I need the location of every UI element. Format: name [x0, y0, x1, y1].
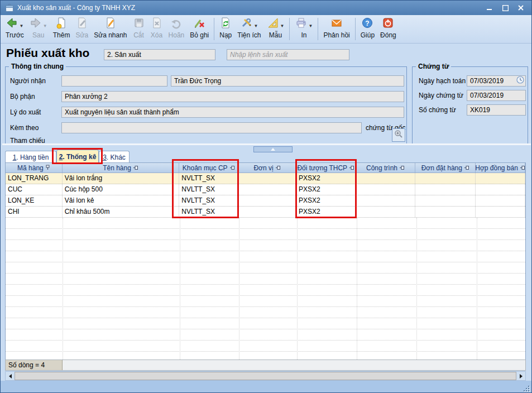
empty-row — [6, 274, 525, 285]
unpost-button[interactable]: Bỏ ghi — [187, 16, 212, 40]
column-header-don-dat-hang[interactable]: Đơn đặt hàng — [415, 163, 476, 172]
close-app-button[interactable]: Đóng — [377, 16, 399, 40]
column-header-hop-dong-ban[interactable]: Hợp đồng bán — [476, 163, 525, 172]
utilities-button[interactable]: ▼ Tiện ích — [234, 16, 263, 40]
toolbar: ▼ Trước ▼ Sau Thêm Sửa Sửa nhanh Cắt Xóa — [1, 15, 531, 44]
print-button[interactable]: ▼ In — [292, 16, 315, 40]
department-field[interactable] — [61, 91, 404, 102]
export-reason-field[interactable] — [61, 107, 404, 118]
pin-horizontal-icon[interactable] — [464, 164, 469, 172]
empty-row — [6, 318, 525, 329]
doc-type-selector[interactable]: 2. Sản xuất — [104, 49, 215, 60]
empty-row — [6, 296, 525, 307]
column-header-doi-tuong-thcp[interactable]: Đối tượng THCP — [296, 163, 356, 172]
pin-horizontal-icon[interactable] — [520, 164, 525, 172]
doc-date-field[interactable] — [467, 90, 526, 101]
chevron-down-icon[interactable]: ▼ — [43, 24, 47, 28]
resize-grip[interactable] — [523, 385, 529, 391]
empty-row — [6, 262, 525, 274]
column-header-ma-hang[interactable]: Mã hàng — [6, 163, 63, 172]
cut-button[interactable]: Cắt — [130, 16, 148, 40]
empty-row — [6, 218, 525, 229]
chevron-down-icon[interactable]: ▼ — [253, 24, 258, 28]
minimize-button[interactable] — [485, 3, 495, 12]
empty-row — [6, 329, 525, 341]
column-header-ten-hang[interactable]: Tên hàng — [63, 163, 180, 172]
toolbar-separator — [318, 18, 318, 40]
row-count-label: Số dòng = 4 — [6, 360, 63, 370]
add-button[interactable]: Thêm — [50, 16, 73, 40]
document-legend: Chứng từ — [416, 63, 451, 70]
chevron-down-icon[interactable]: ▼ — [19, 24, 23, 28]
doc-date-label: Ngày chứng từ — [419, 90, 463, 101]
chevron-down-icon[interactable]: ▼ — [280, 24, 285, 28]
search-plus-icon — [394, 130, 403, 141]
doc-number-field[interactable] — [467, 104, 526, 116]
doc-number-label: Số chứng từ — [419, 104, 456, 116]
attached-field[interactable] — [61, 122, 362, 133]
general-info-legend: Thông tin chung — [9, 63, 66, 70]
template-button[interactable]: ▼ Mẫu — [264, 16, 287, 40]
receiver-name-field[interactable] — [171, 75, 404, 87]
empty-row — [6, 240, 525, 251]
tools-icon — [240, 17, 252, 31]
toolbar-separator — [214, 18, 214, 40]
svg-text:?: ? — [366, 20, 370, 27]
column-guide — [297, 218, 298, 360]
feedback-button[interactable]: Phản hồi — [320, 16, 352, 40]
splitter-collapse-handle[interactable] — [253, 146, 293, 152]
table-row[interactable]: LON_KE Vải lon kẻ NVLTT_SX PXSX2 — [6, 195, 525, 207]
back-button[interactable]: ▼ Trước — [3, 16, 27, 40]
pin-horizontal-icon[interactable] — [229, 164, 235, 172]
tab-khac[interactable]: 3. Khác — [99, 151, 130, 163]
production-order-input[interactable] — [227, 49, 349, 60]
scrollbar-thumb[interactable] — [15, 372, 516, 380]
column-header-don-vi[interactable]: Đơn vị — [238, 163, 296, 172]
table-row[interactable]: LON_TRANG Vải lon trắng NVLTT_SX PXSX2 — [6, 173, 525, 184]
scroll-left-button[interactable] — [6, 372, 15, 380]
window-bottom-edge — [1, 381, 531, 393]
items-grid: Mã hàng Tên hàng Khoản mục CP Đơn vị Đối… — [5, 162, 526, 360]
maximize-button[interactable] — [500, 3, 510, 12]
tab-thong-ke[interactable]: 2. Thống kê — [56, 150, 99, 163]
scroll-right-button[interactable] — [516, 372, 525, 380]
printer-icon — [295, 17, 307, 31]
quick-edit-icon — [104, 17, 117, 31]
reload-button[interactable]: Nạp — [217, 16, 234, 40]
chevron-down-icon[interactable]: ▼ — [308, 24, 313, 28]
delete-button[interactable]: Xóa — [148, 16, 166, 40]
department-label: Bộ phận — [10, 91, 35, 102]
app-icon — [5, 3, 14, 12]
reference-lookup-button[interactable] — [392, 128, 405, 142]
table-row[interactable]: CHI Chỉ khâu 500m NVLTT_SX PXSX2 — [6, 207, 525, 218]
date-picker-button[interactable] — [515, 76, 525, 86]
help-icon: ? — [361, 17, 373, 31]
arrow-right-icon — [30, 17, 42, 31]
quick-edit-button[interactable]: Sửa nhanh — [91, 16, 130, 40]
column-header-cong-trinh[interactable]: Công trình — [356, 163, 416, 172]
save-cut-icon — [133, 17, 145, 31]
document-groupbox: Chứng từ Ngày hạch toán Ngày chứng từ Số… — [412, 66, 528, 144]
close-button[interactable] — [516, 3, 526, 12]
refresh-icon — [219, 17, 232, 31]
pin-horizontal-icon[interactable] — [133, 164, 138, 172]
template-ruler-icon — [267, 17, 279, 31]
pin-vertical-icon[interactable] — [45, 164, 50, 172]
table-row[interactable]: CUC Cúc hộp 500 NVLTT_SX PXSX2 — [6, 184, 525, 195]
forward-button[interactable]: ▼ Sau — [27, 16, 50, 40]
new-document-icon — [55, 17, 68, 31]
pin-horizontal-icon[interactable] — [349, 164, 354, 172]
receiver-code-field[interactable] — [61, 75, 167, 87]
help-button[interactable]: ? Giúp — [358, 16, 377, 40]
undo-button[interactable]: Hoãn — [166, 16, 188, 40]
column-header-khoan-muc-cp[interactable]: Khoản mục CP — [179, 163, 238, 172]
edit-icon — [76, 17, 88, 31]
toolbar-separator — [355, 18, 356, 40]
grid-footer: Số dòng = 4 — [5, 360, 526, 371]
horizontal-scrollbar[interactable] — [5, 371, 526, 381]
edit-button[interactable]: Sửa — [73, 16, 91, 40]
pin-horizontal-icon[interactable] — [275, 164, 281, 172]
pin-horizontal-icon[interactable] — [399, 164, 405, 172]
tab-hang-tien[interactable]: 1. Hàng tiền — [5, 151, 56, 163]
empty-row — [6, 352, 525, 360]
